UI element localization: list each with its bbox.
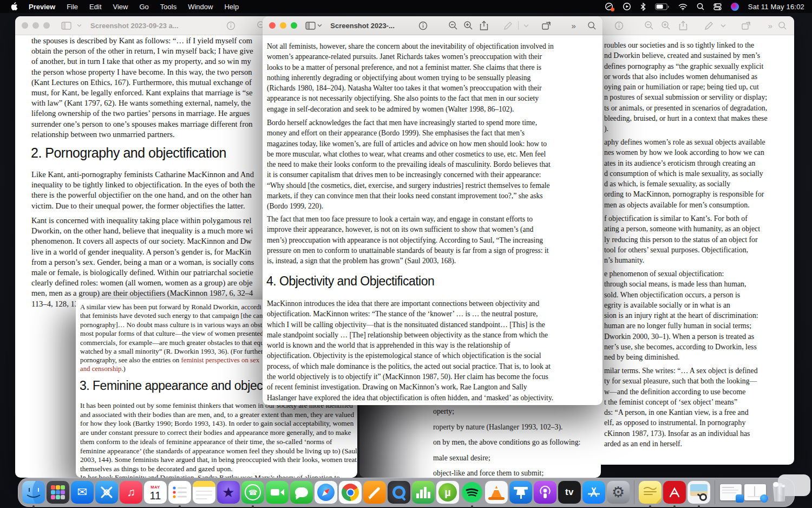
left-doc-paragraph-2: Like Kant, anti-pornography feminists Ca… <box>31 170 255 211</box>
dock-music[interactable]: ♫ <box>120 481 142 504</box>
close-button[interactable] <box>269 22 276 29</box>
info-icon[interactable] <box>418 19 428 31</box>
dock-stickies[interactable] <box>639 481 662 504</box>
messages-icon <box>290 481 313 504</box>
battery-icon[interactable] <box>655 3 669 10</box>
menu-help[interactable]: Help <box>224 3 239 11</box>
dock-preview[interactable] <box>687 481 710 504</box>
note-doc-heading-3: 3. Feminine appearance and objecti <box>80 379 269 393</box>
dock-safari[interactable] <box>315 481 337 504</box>
share-icon[interactable] <box>479 19 489 31</box>
zoom-out-icon[interactable] <box>643 19 655 31</box>
link-feminist-perspectives-sex[interactable]: feminist perspectives on sex <box>181 356 259 364</box>
status-play-icon[interactable] <box>623 2 631 11</box>
zoom-in-icon[interactable] <box>463 19 474 31</box>
search-icon[interactable] <box>776 19 789 31</box>
dock-whatsapp[interactable]: ☎ <box>241 481 264 504</box>
more-toolbar-items-icon[interactable]: » <box>768 21 771 30</box>
dock-messages[interactable] <box>290 481 313 504</box>
dock-podcasts[interactable] <box>534 481 556 504</box>
markup-pencil-icon[interactable] <box>503 19 513 31</box>
right-doc-paragraph-3: f objectification is similar to Kant’s. … <box>604 213 760 265</box>
app-store-icon <box>582 481 605 504</box>
markup-pencil-icon[interactable] <box>703 19 715 31</box>
dock-chrome[interactable] <box>339 481 362 504</box>
note-doc-paragraph-1: It has been pointed out by some feminist… <box>80 401 357 474</box>
more-toolbar-items-icon[interactable]: » <box>572 21 575 30</box>
dock-spotify[interactable] <box>461 481 483 504</box>
menu-tools[interactable]: Tools <box>160 3 177 11</box>
rotate-icon[interactable] <box>541 19 552 31</box>
menu-edit[interactable]: Edit <box>89 3 102 11</box>
dock-quicktime[interactable] <box>388 481 410 504</box>
siri-icon[interactable] <box>731 3 739 11</box>
dock: ✉ ♫ MAY11 ★ ☎ µ tv ⚙ <box>18 478 795 507</box>
dock-minimized-window-2[interactable] <box>744 481 767 504</box>
minimize-button[interactable] <box>32 22 39 29</box>
sidebar-icon[interactable] <box>58 19 74 31</box>
dock-minimized-window-1[interactable] <box>719 481 742 504</box>
info-icon[interactable] <box>613 19 626 31</box>
dock-system-settings[interactable]: ⚙ <box>607 481 630 504</box>
sidebar-chevron-icon[interactable] <box>317 19 322 31</box>
spotlight-icon[interactable] <box>697 3 704 10</box>
titlebar-center-window[interactable]: Screenshot 2023-... » <box>263 16 603 35</box>
dock-vlc[interactable] <box>485 481 508 504</box>
info-icon[interactable] <box>223 19 239 31</box>
acrobat-icon <box>663 481 686 504</box>
sidebar-chevron-icon[interactable] <box>76 19 82 31</box>
window-center-document[interactable]: Screenshot 2023-... » Not all feminists,… <box>263 16 603 405</box>
menu-window[interactable]: Window <box>187 3 213 11</box>
traffic-lights[interactable] <box>22 22 50 29</box>
dock-reminders[interactable] <box>168 481 191 504</box>
search-icon[interactable] <box>587 19 597 31</box>
traffic-lights[interactable] <box>269 22 297 29</box>
dock-apple-tv[interactable]: tv <box>558 481 581 504</box>
close-button[interactable] <box>22 22 28 29</box>
dock-trash[interactable] <box>768 481 791 504</box>
dock-facetime[interactable] <box>266 481 289 504</box>
dock-app-store[interactable] <box>582 481 605 504</box>
zoom-in-icon[interactable] <box>660 19 672 31</box>
share-icon[interactable] <box>677 19 690 31</box>
dock-launchpad[interactable] <box>47 481 69 504</box>
chrome-icon <box>339 481 362 504</box>
control-center-icon[interactable] <box>713 3 722 10</box>
wifi-icon[interactable] <box>678 3 687 10</box>
menu-view[interactable]: View <box>113 3 129 11</box>
chevron-down-icon[interactable] <box>720 19 726 31</box>
dock-utorrent[interactable]: µ <box>436 481 459 504</box>
chevron-down-icon[interactable] <box>523 19 529 31</box>
dock-notes[interactable] <box>193 481 215 504</box>
rotate-icon[interactable] <box>740 19 752 31</box>
whatsapp-icon: ☎ <box>241 481 264 504</box>
status-app-icon[interactable] <box>605 2 613 11</box>
dock-divider <box>634 480 634 504</box>
apple-menu-icon[interactable] <box>11 2 18 11</box>
menu-app-name[interactable]: Preview <box>28 3 56 11</box>
dock-pages[interactable] <box>363 481 386 504</box>
dock-acrobat[interactable] <box>663 481 686 504</box>
dock-imovie[interactable]: ★ <box>217 481 240 504</box>
link-censorship[interactable]: and censorship. <box>80 365 123 373</box>
numbers-icon <box>412 481 435 504</box>
zoom-button[interactable] <box>291 22 297 29</box>
window-title: Screenshot 2023-09-23 a... <box>90 22 179 30</box>
dock-calendar[interactable]: MAY11 <box>144 481 167 504</box>
minimize-button[interactable] <box>280 22 286 29</box>
left-doc-paragraph-3: Kant is concerned with inequality taking… <box>31 216 254 309</box>
dock-finder[interactable] <box>22 481 45 504</box>
calendar-month: MAY <box>150 485 160 490</box>
zoom-out-icon[interactable] <box>448 19 458 31</box>
calendar-icon: MAY11 <box>144 481 167 504</box>
menu-go[interactable]: Go <box>139 3 149 11</box>
dock-keynote[interactable] <box>509 481 532 504</box>
dock-numbers[interactable] <box>412 481 435 504</box>
zoom-button[interactable] <box>43 22 50 29</box>
sidebar-icon[interactable] <box>305 19 316 31</box>
menu-clock[interactable]: Sat 11 May 16:02 <box>748 3 804 11</box>
bluetooth-icon[interactable] <box>640 3 646 11</box>
dock-paperclip-app[interactable] <box>95 481 118 504</box>
dock-mail[interactable]: ✉ <box>71 481 94 504</box>
menu-file[interactable]: File <box>66 3 78 11</box>
